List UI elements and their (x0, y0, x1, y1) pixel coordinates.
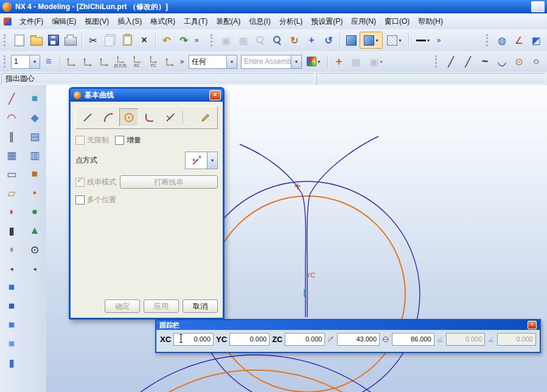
spline-tool-button[interactable]: ~ (476, 53, 493, 70)
rotate-view-button[interactable]: ↺ (320, 32, 337, 49)
layer-select-combo[interactable]: 1 ▾ (11, 55, 40, 69)
menu-preferences[interactable]: 预设置(P) (307, 15, 347, 29)
boss-feature-icon[interactable]: ■ (3, 298, 20, 315)
dialog-close-button[interactable]: × (209, 90, 221, 100)
wcs-display-button[interactable] (161, 57, 178, 66)
menu-file[interactable]: 文件(F) (15, 15, 47, 29)
fillet-curve-button[interactable] (140, 108, 159, 127)
pocket-feature-icon[interactable]: ■ (3, 317, 20, 334)
sphere-icon[interactable]: ● (26, 203, 43, 220)
undo-button[interactable]: ↶ (158, 32, 175, 49)
xc-input[interactable] (173, 333, 214, 346)
menu-format[interactable]: 格式(R) (146, 15, 179, 29)
copy-button[interactable] (102, 32, 119, 49)
measure-button[interactable]: ∠ (510, 32, 528, 49)
dialog-title-bar[interactable]: 基本曲线 × (71, 89, 223, 102)
chevron-down-icon[interactable]: ▾ (226, 55, 237, 68)
pan-button[interactable]: + (303, 32, 320, 49)
ok-button[interactable]: 确定 (105, 299, 140, 313)
block-feature-icon[interactable]: ■ (3, 279, 20, 296)
tracking-bar-close-button[interactable]: × (528, 321, 537, 329)
menu-assemblies[interactable]: 装配(A) (212, 15, 245, 29)
wireframe-view-dropdown[interactable]: ▾ (383, 32, 406, 49)
color-filter-button[interactable]: ▾ (302, 53, 325, 70)
save-button[interactable] (45, 32, 62, 49)
arc-tool-icon[interactable]: ◠ (3, 109, 20, 126)
cylinder-icon[interactable]: ▮ (3, 222, 20, 239)
radius-input[interactable] (337, 333, 380, 346)
revolve-feature-icon[interactable]: ◆ (26, 109, 43, 126)
collapse-toolbar-icon[interactable]: ◂ (3, 260, 20, 277)
rectangle-icon[interactable]: ▭ (3, 166, 20, 183)
chevron-down-icon[interactable]: ▾ (29, 55, 40, 68)
new-file-button[interactable] (11, 32, 28, 49)
sketch-icon[interactable]: ▦ (3, 147, 20, 164)
tracking-bar-title[interactable]: 跟踪栏 × (156, 320, 540, 330)
circle-tool-button[interactable]: ○ (528, 53, 545, 70)
line-tool-button[interactable]: ╱ (442, 53, 459, 70)
block-icon[interactable]: ■ (26, 166, 43, 183)
angle-input-1[interactable] (446, 333, 485, 346)
layer-settings-button[interactable]: ≡ (40, 53, 57, 70)
break-string-button[interactable]: 打断线串 (120, 175, 218, 189)
revolve-icon[interactable]: ◗ (3, 203, 20, 220)
wcs-dialog-button[interactable] (63, 57, 79, 66)
menu-information[interactable]: 信息(I) (245, 15, 274, 29)
toolbar-grip[interactable] (4, 55, 8, 68)
toolbar-grip[interactable] (435, 55, 439, 68)
menu-analysis[interactable]: 分析(L) (275, 15, 307, 29)
zc-input[interactable] (285, 333, 325, 346)
sheet-bodies-icon[interactable]: ▤ (26, 128, 43, 145)
collapse-toolbar-icon[interactable]: ◂ (26, 260, 43, 277)
wcs-set-xc-button[interactable]: XC (128, 55, 145, 68)
edit-curve-button[interactable] (196, 108, 215, 127)
circle-center-tool-button[interactable]: ⊙ (510, 53, 528, 70)
menu-help[interactable]: 帮助(H) (414, 15, 447, 29)
window-restore-button[interactable] (531, 1, 545, 12)
trim-curve-button[interactable] (161, 108, 180, 127)
diameter-input[interactable] (392, 333, 434, 346)
toolbar-grip[interactable] (4, 34, 8, 46)
pad-feature-icon[interactable]: ■ (3, 335, 20, 352)
zoom-button[interactable] (269, 32, 286, 49)
reference-pages-icon[interactable]: ▥ (26, 147, 43, 164)
wcs-dynamics-button[interactable] (79, 57, 96, 66)
arc-curve-button[interactable] (99, 108, 118, 127)
print-button[interactable] (62, 32, 79, 49)
string-mode-checkbox[interactable]: ✓ (75, 178, 85, 187)
extrude-feature-icon[interactable]: ■ (26, 90, 43, 107)
overflow-chevron-icon[interactable]: » (192, 36, 201, 44)
paste-button[interactable] (119, 32, 136, 49)
multiple-positions-checkbox[interactable] (75, 195, 85, 205)
snap-grid-button[interactable]: ▦ (347, 53, 364, 70)
line-tool-icon[interactable]: ╱ (3, 90, 20, 107)
snap-options-dropdown[interactable]: ▣▾ (364, 53, 388, 70)
menu-edit[interactable]: 编辑(E) (47, 15, 80, 29)
wcs-set-yc-button[interactable]: YC (145, 55, 161, 68)
chevron-down-icon[interactable]: ▾ (207, 152, 217, 169)
cube-icon[interactable]: ▪ (26, 184, 43, 201)
cancel-button[interactable]: 取消 (183, 299, 218, 313)
chevron-down-icon[interactable]: ▾ (291, 55, 301, 68)
shaded-view-button[interactable] (343, 32, 360, 49)
line-width-dropdown[interactable]: ▾ (411, 32, 434, 49)
overflow-chevron-icon[interactable]: » (434, 36, 443, 44)
refresh-view-button[interactable]: ↻ (286, 32, 303, 49)
unbounded-checkbox[interactable] (75, 136, 85, 145)
selection-scope-combo[interactable]: 任何 ▾ (189, 55, 237, 69)
fit-view-button[interactable]: ▣ (218, 32, 235, 49)
menu-window[interactable]: 窗口(O) (380, 15, 414, 29)
increment-checkbox[interactable] (115, 136, 124, 145)
toolbar-grip[interactable] (211, 34, 215, 46)
line-point-tool-button[interactable]: ╱ (459, 53, 476, 70)
cut-button[interactable]: ✂ (85, 32, 102, 49)
grid-display-button[interactable]: ▦ (235, 32, 252, 49)
open-file-button[interactable] (28, 32, 45, 49)
view-sync-button[interactable]: ◍ (493, 32, 510, 49)
zoom-box-button[interactable] (252, 32, 269, 49)
menu-tools[interactable]: 工具(T) (179, 15, 212, 29)
wcs-origin-button[interactable]: (0,0,0) (112, 55, 128, 68)
rendering-style-dropdown[interactable]: ▾ (360, 32, 383, 49)
menu-view[interactable]: 视图(V) (80, 15, 113, 29)
redo-button[interactable]: ↷ (175, 32, 192, 49)
